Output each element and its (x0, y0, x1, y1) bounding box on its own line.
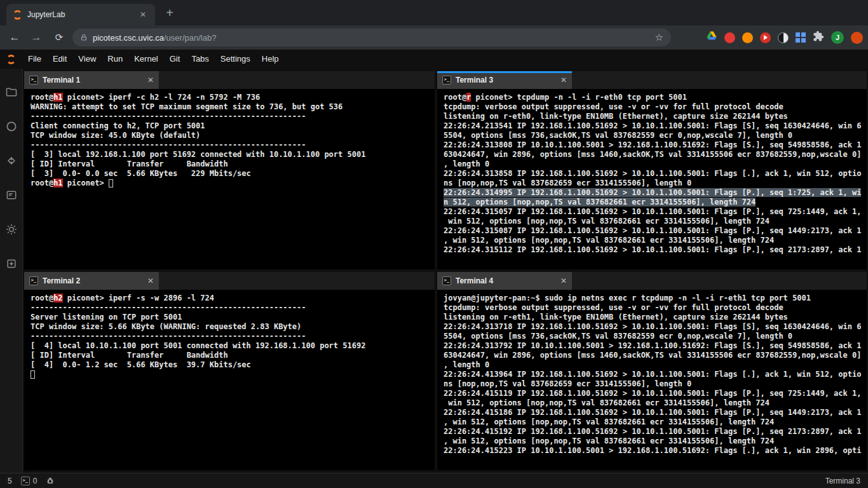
left-count-value: 5 (8, 477, 12, 485)
address-bar[interactable]: picotest.csc.uvic.ca/user/pan/lab? ☆ (72, 29, 671, 46)
terminal-segment: TCP window size: 45.0 KByte (default) (31, 131, 200, 140)
forward-icon[interactable]: → (28, 25, 44, 50)
terminal-segment: root@ (31, 179, 53, 187)
terminal-line: ns [nop,nop,TS val 837682659 ecr 3314155… (444, 179, 867, 188)
menu-item-settings[interactable]: Settings (215, 50, 256, 69)
statusbar-terminals-indicator[interactable]: >_ 0 (21, 477, 37, 485)
url-text: picotest.csc.uvic.ca/user/pan/lab? (93, 33, 216, 43)
terminal-segment: 22:26:24.415186 IP 192.168.1.100.51692 >… (444, 408, 861, 417)
terminal-line: ----------------------------------------… (31, 332, 435, 341)
close-icon[interactable]: ✕ (560, 76, 567, 85)
terminal-tab-title: Terminal 4 (456, 276, 556, 285)
extension-icon-red[interactable] (724, 32, 735, 43)
sidebar-item-extension-manager[interactable] (0, 247, 23, 281)
terminal-segment-red: h1 (53, 179, 62, 187)
menu-item-edit[interactable]: Edit (47, 50, 72, 69)
terminal-line: 22:26:24.315057 IP 192.168.1.100.51692 >… (444, 207, 867, 217)
terminal-4-tabbar: >_ Terminal 4 ✕ (437, 272, 867, 290)
terminal-segment: 630424647, win 2896, options [mss 1460,s… (444, 351, 861, 360)
sidebar-item-git[interactable] (0, 144, 23, 178)
terminal-1-output[interactable]: root@h1 piconet> iperf -c h2 -l 724 -n 5… (24, 89, 435, 269)
terminal-4-tab[interactable]: >_ Terminal 4 ✕ (437, 272, 572, 290)
terminal-segment: piconet> iperf -s -w 2896 -l 724 (63, 294, 214, 302)
terminal-segment: [ 4] local 10.10.1.100 port 5001 connect… (31, 341, 365, 350)
sidebar-item-file-browser[interactable] (0, 75, 23, 109)
terminal-line: ns [nop,nop,TS val 837682659 ecr 3314155… (444, 379, 867, 389)
terminal-4-output[interactable]: jovyan@jupyter-pan:~$ sudo ip netns exec… (437, 290, 867, 470)
statusbar-left-count[interactable]: 5 (8, 477, 12, 485)
sidebar-item-property-inspector[interactable] (0, 178, 23, 212)
bookmark-star-icon[interactable]: ☆ (655, 32, 663, 43)
menu-item-run[interactable]: Run (102, 50, 128, 69)
terminal-segment: piconet> (63, 179, 109, 187)
new-tab-button[interactable]: + (161, 6, 178, 19)
menu-item-git[interactable]: Git (164, 50, 186, 69)
terminal-line: 22:26:24.313718 IP 192.168.1.100.51692 >… (444, 322, 867, 332)
terminal-segment: listening on r-eth0, link-type EN10MB (E… (444, 112, 788, 121)
terminal-segment: WARNING: attempt to set TCP maximum segm… (31, 102, 342, 111)
extension-icon-orange[interactable] (742, 32, 753, 43)
terminal-line: 22:26:24.313808 IP 10.10.1.100.5001 > 19… (444, 140, 867, 150)
close-icon[interactable]: ✕ (147, 276, 154, 285)
terminal-line: tcpdump: verbose output suppressed, use … (444, 102, 867, 112)
close-icon[interactable]: ✕ (147, 76, 154, 85)
grid-square (796, 38, 800, 43)
terminal-segment: [ 4] 0.0- 1.2 sec 5.66 KBytes 39.7 Kbits… (31, 360, 251, 369)
terminal-line: 5504, options [mss 736,sackOK,TS val 837… (444, 332, 867, 341)
terminal-count-value: 0 (33, 477, 37, 485)
terminal-line: 22:26:24.415186 IP 192.168.1.100.51692 >… (444, 408, 867, 417)
drive-extension-icon[interactable] (706, 30, 717, 44)
extension-icon-contrast[interactable] (778, 32, 789, 43)
terminal-segment-red: h1 (53, 93, 62, 102)
terminal-2-tab[interactable]: >_ Terminal 2 ✕ (24, 272, 159, 290)
terminal-icon: >_ (29, 76, 38, 85)
menu-item-view[interactable]: View (72, 50, 102, 69)
menu-item-kernel[interactable]: Kernel (128, 50, 164, 69)
menu-item-file[interactable]: File (22, 50, 47, 69)
sidebar-item-running-sessions[interactable] (0, 109, 23, 144)
browser-tab-strip: JupyterLab ✕ + (0, 0, 868, 25)
terminal-3-output[interactable]: root@r piconet> tcpdump -n -l -i r-eth0 … (437, 89, 867, 269)
close-icon[interactable]: ✕ (560, 276, 567, 285)
terminal-segment-cursor (31, 370, 35, 379)
menu-item-tabs[interactable]: Tabs (186, 50, 214, 69)
terminal-line: [ 3] local 192.168.1.100 port 51692 conn… (31, 150, 435, 159)
browser-tab[interactable]: JupyterLab ✕ (6, 4, 155, 25)
terminal-3-tab[interactable]: >_ Terminal 3 ✕ (437, 71, 572, 89)
terminal-line: ----------------------------------------… (31, 140, 435, 150)
statusbar-debugger-indicator[interactable] (46, 477, 55, 485)
terminal-segment: [ ID] Interval Transfer Bandwidth (31, 351, 228, 360)
terminal-line: , win 512, options [nop,nop,TS val 83768… (444, 437, 867, 446)
terminal-line: 22:26:24.213541 IP 192.168.1.100.51692 >… (444, 121, 867, 131)
terminal-3-panel: >_ Terminal 3 ✕ root@r piconet> tcpdump … (437, 71, 867, 269)
terminal-line (31, 370, 435, 379)
terminal-segment: [ 3] local 192.168.1.100 port 51692 conn… (31, 150, 365, 159)
profile-badge-icon[interactable] (851, 32, 863, 44)
menu-item-help[interactable]: Help (256, 50, 285, 69)
terminal-line: [ 4] 0.0- 1.2 sec 5.66 KBytes 39.7 Kbits… (31, 360, 435, 370)
extensions-puzzle-icon[interactable] (813, 30, 824, 44)
extension-icon-play[interactable] (760, 32, 771, 43)
account-avatar[interactable]: J (831, 31, 844, 44)
terminal-segment: , win 512, options [nop,nop,TS val 83768… (444, 417, 774, 426)
reload-icon[interactable]: ⟳ (51, 25, 67, 50)
terminal-segment: 22:26:24.415119 IP 192.168.1.100.51692 >… (444, 389, 861, 398)
terminal-2-output[interactable]: root@h2 piconet> iperf -s -w 2896 -l 724… (24, 290, 435, 470)
terminal-segment: root@ (444, 93, 466, 102)
terminal-line: ----------------------------------------… (31, 112, 435, 121)
terminal-3-tabbar: >_ Terminal 3 ✕ (437, 71, 867, 89)
sidebar-item-settings[interactable] (0, 212, 23, 247)
terminal-line: 22:26:24.413964 IP 192.168.1.100.51692 >… (444, 370, 867, 379)
terminal-1-tab[interactable]: >_ Terminal 1 ✕ (24, 71, 159, 89)
extension-icon-apps-grid[interactable] (796, 32, 806, 43)
terminal-line: TCP window size: 45.0 KByte (default) (31, 131, 435, 140)
terminal-line: win 512, options [nop,nop,TS val 8376826… (444, 217, 867, 226)
terminal-segment: piconet> tcpdump -n -l -i r-eth0 tcp por… (471, 93, 687, 102)
jupyter-favicon-icon (13, 10, 22, 20)
tab-close-icon[interactable]: ✕ (137, 9, 149, 20)
terminal-line: 22:26:24.415119 IP 192.168.1.100.51692 >… (444, 389, 867, 398)
back-icon[interactable]: ← (6, 25, 23, 50)
terminal-segment: root@ (31, 294, 53, 302)
terminal-segment-red: h2 (53, 294, 62, 302)
terminal-segment: ----------------------------------------… (31, 112, 306, 121)
